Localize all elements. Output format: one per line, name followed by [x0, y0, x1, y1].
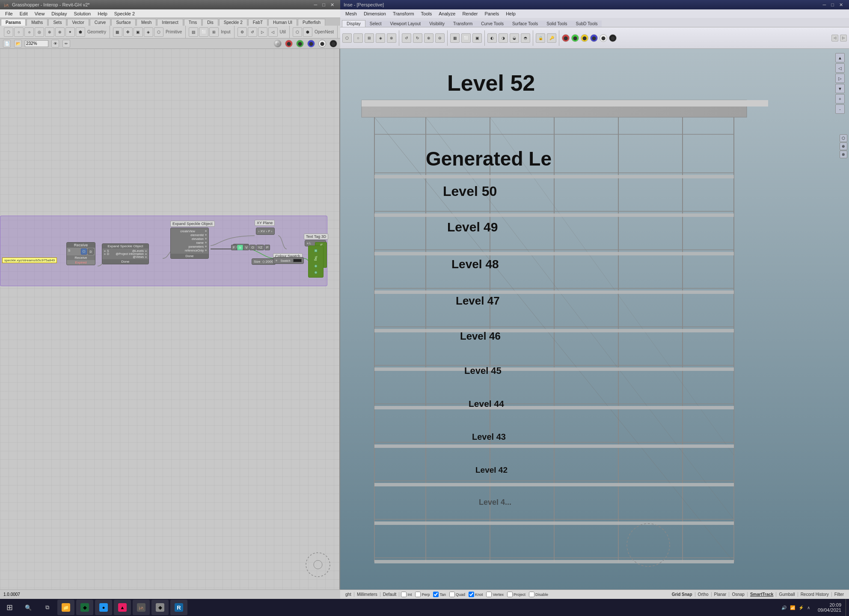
tb-on-1[interactable]: ⬡ — [293, 27, 302, 37]
tb-util-3[interactable]: ▷ — [258, 27, 267, 37]
canvas-color-b[interactable]: ⬤ — [307, 40, 315, 47]
taskbar-app-gh1[interactable]: ◆ — [76, 600, 93, 615]
tab-speckle2[interactable]: Speckle 2 — [219, 19, 247, 26]
canvas-color-blk[interactable]: ⬤ — [330, 40, 337, 47]
revit-menu-mesh[interactable]: Mesh — [342, 10, 360, 17]
gh-menu-file[interactable]: File — [2, 10, 16, 17]
revit-tb-3[interactable]: ⊞ — [365, 33, 374, 43]
canvas-view-btn[interactable]: 👁 — [51, 40, 59, 47]
status-gridsnap[interactable]: Grid Snap — [669, 592, 695, 597]
revit-tb-15[interactable]: ◒ — [510, 33, 519, 43]
revit-close[interactable]: ✕ — [837, 2, 846, 8]
tb-prim-3[interactable]: ▣ — [134, 27, 143, 37]
revit-tb-color-y[interactable]: ⬤ — [581, 34, 588, 42]
tb-btn-6[interactable]: ⊗ — [55, 27, 65, 37]
ribbon-tab-transform[interactable]: Transform — [449, 21, 477, 27]
tb-prim-2[interactable]: ✤ — [123, 27, 133, 37]
receive-node-1-receive-btn[interactable]: Receive — [67, 255, 95, 260]
canvas-open-btn[interactable]: 📂 — [14, 40, 22, 47]
revit-menu-transform[interactable]: Transform — [389, 10, 418, 17]
revit-tb-color-r[interactable]: ⬤ — [562, 34, 570, 42]
node-v[interactable]: V — [243, 245, 249, 250]
ribbon-tab-solid[interactable]: Solid Tools — [542, 21, 571, 27]
tb-btn-4[interactable]: ◎ — [35, 27, 44, 37]
cb-perp[interactable] — [415, 592, 421, 597]
tab-pufferfish[interactable]: Pufferfish — [298, 19, 325, 26]
tab-mesh[interactable]: Mesh — [137, 19, 156, 26]
gh-menu-view[interactable]: View — [31, 10, 48, 17]
revit-tb-16[interactable]: ◓ — [521, 33, 530, 43]
ribbon-tab-select[interactable]: Select — [365, 21, 386, 27]
revit-menu-panels[interactable]: Panels — [481, 10, 503, 17]
revit-tb-6[interactable]: ↺ — [402, 33, 411, 43]
revit-tb-17[interactable]: 🔒 — [536, 33, 545, 43]
gh-menu-speckle2[interactable]: Speckle 2 — [111, 10, 138, 17]
receive-node-1[interactable]: Receive S ⬡ D Receive Expired — [66, 242, 95, 265]
tab-vector[interactable]: Vector — [67, 19, 89, 26]
cb-disable[interactable] — [529, 592, 534, 597]
revit-tb-color-blk[interactable]: ⬤ — [609, 34, 617, 42]
tab-surface[interactable]: Surface — [111, 19, 135, 26]
revit-tb-7[interactable]: ↻ — [413, 33, 422, 43]
tb-btn-8[interactable]: ⬟ — [76, 27, 85, 37]
tb-prim-4[interactable]: ◈ — [144, 27, 153, 37]
canvas-edit-btn[interactable]: ✏ — [62, 40, 70, 47]
ribbon-tab-viewport[interactable]: Viewport Layout — [386, 21, 425, 27]
zoom-input[interactable]: 232% — [25, 40, 48, 47]
taskbar-explorer[interactable]: 📁 — [57, 600, 74, 615]
gh-minimize[interactable]: ─ — [312, 2, 320, 7]
tab-fabt[interactable]: FabT — [248, 19, 267, 26]
tab-intersect[interactable]: Intersect — [157, 19, 183, 26]
revit-nav-left[interactable]: ◁ — [835, 63, 845, 73]
expand-node-1[interactable]: Expand Speckle Object S @Levels D @Proje… — [102, 243, 149, 264]
taskbar-app-revit[interactable]: R — [170, 600, 187, 615]
tab-humanui[interactable]: Human UI — [268, 19, 297, 26]
revit-menu-dimension[interactable]: Dimension — [360, 10, 389, 17]
tb-inp-2[interactable]: ⬜ — [199, 27, 208, 37]
status-planar[interactable]: Planar — [712, 592, 730, 597]
tb-btn-2[interactable]: ○ — [14, 27, 24, 37]
tab-maths[interactable]: Maths — [27, 19, 47, 26]
tb-btn-5[interactable]: ⊕ — [45, 27, 54, 37]
revit-tb-14[interactable]: ◑ — [499, 33, 508, 43]
ribbon-tab-curve[interactable]: Curve Tools — [477, 21, 508, 27]
revit-tb-color-g[interactable]: ⬤ — [571, 34, 579, 42]
search-button[interactable]: 🔍 — [19, 599, 38, 616]
revit-nav-right[interactable]: ▷ — [835, 74, 845, 83]
revit-tb-2[interactable]: ○ — [353, 33, 363, 43]
ribbon-tab-surface[interactable]: Surface Tools — [508, 21, 542, 27]
canvas-file-btn[interactable]: 📄 — [3, 40, 11, 47]
taskbar-app-gh2[interactable]: ● — [95, 600, 112, 615]
tb-on-2[interactable]: ⬢ — [303, 27, 312, 37]
status-gumball[interactable]: Gumball — [776, 592, 798, 597]
revit-menu-tools[interactable]: Tools — [418, 10, 436, 17]
revit-menu-analyze[interactable]: Analyze — [435, 10, 459, 17]
tab-trns[interactable]: Trns — [184, 19, 202, 26]
node-o[interactable]: O — [249, 245, 255, 250]
revit-nav-up[interactable]: ▲ — [835, 53, 845, 62]
green-output-node[interactable]: Tag — [308, 246, 324, 278]
revit-tb-nav-1[interactable]: ◁ — [831, 35, 838, 41]
node-p2[interactable]: P — [264, 245, 270, 250]
tab-sets[interactable]: Sets — [48, 19, 66, 26]
revit-tb-18[interactable]: 🔑 — [547, 33, 556, 43]
tb-util-4[interactable]: ◁ — [268, 27, 278, 37]
tb-btn-1[interactable]: ⬡ — [4, 27, 13, 37]
revit-menu-render[interactable]: Render — [459, 10, 481, 17]
taskbar-app-rhino[interactable]: ◈ — [151, 600, 169, 615]
gh-menu-help[interactable]: Help — [94, 10, 111, 17]
revit-tb-11[interactable]: ⬜ — [461, 33, 471, 43]
revit-side-btn-2[interactable]: ⊕ — [840, 142, 847, 150]
revit-nav-down[interactable]: ▼ — [835, 84, 845, 93]
systray-icon-2[interactable]: 📶 — [790, 605, 795, 610]
tab-dis[interactable]: Dis — [202, 19, 218, 26]
revit-tb-1[interactable]: ⬡ — [342, 33, 352, 43]
gh-menu-edit[interactable]: Edit — [16, 10, 31, 17]
node-yz[interactable]: YZ — [256, 245, 264, 250]
revit-tb-5[interactable]: ⊗ — [387, 33, 396, 43]
xyplane-node[interactable]: XV P — [256, 228, 275, 235]
ribbon-tab-visibility[interactable]: Visibility — [425, 21, 449, 27]
revit-nav-zoom-out[interactable]: - — [835, 104, 845, 114]
taskbar-clock[interactable]: 20:09 09/04/2021 — [813, 602, 846, 613]
revit-tb-color-b[interactable]: ⬤ — [590, 34, 598, 42]
